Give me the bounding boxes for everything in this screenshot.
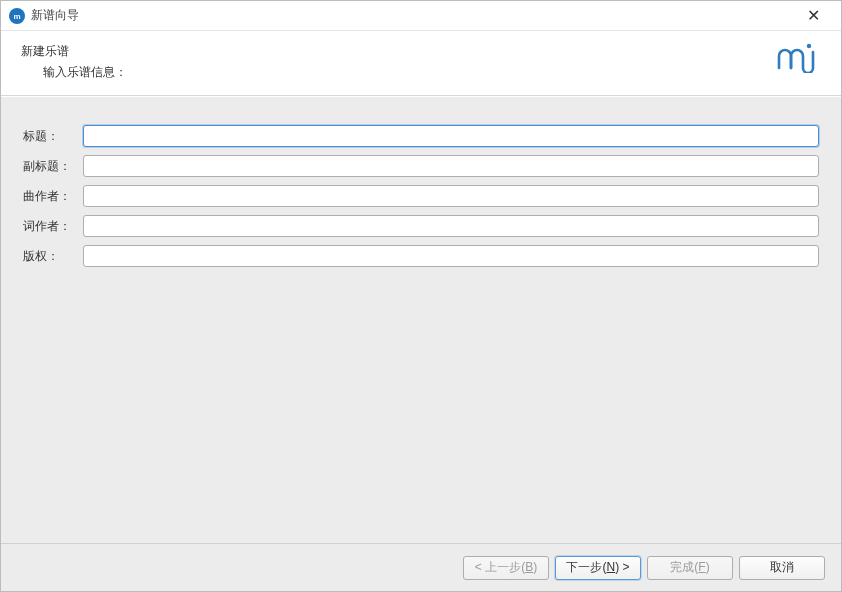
window-title: 新谱向导 (31, 7, 793, 24)
row-title: 标题： (23, 125, 819, 147)
title-input[interactable] (83, 125, 819, 147)
button-bar: < 上一步(B) 下一步(N) > 完成(F) 取消 (1, 543, 841, 591)
back-button[interactable]: < 上一步(B) (463, 556, 549, 580)
form-area: 标题： 副标题： 曲作者： 词作者： 版权： (1, 96, 841, 543)
label-title: 标题： (23, 128, 83, 145)
label-copyright: 版权： (23, 248, 83, 265)
next-button[interactable]: 下一步(N) > (555, 556, 641, 580)
wizard-subheading: 输入乐谱信息： (43, 64, 775, 81)
row-lyricist: 词作者： (23, 215, 819, 237)
label-subtitle: 副标题： (23, 158, 83, 175)
close-icon[interactable]: ✕ (793, 8, 833, 24)
row-composer: 曲作者： (23, 185, 819, 207)
finish-button[interactable]: 完成(F) (647, 556, 733, 580)
subtitle-input[interactable] (83, 155, 819, 177)
musescore-logo-icon (775, 41, 817, 76)
wizard-header-text: 新建乐谱 输入乐谱信息： (21, 43, 775, 81)
cancel-button[interactable]: 取消 (739, 556, 825, 580)
composer-input[interactable] (83, 185, 819, 207)
label-lyricist: 词作者： (23, 218, 83, 235)
svg-point-1 (807, 44, 811, 48)
wizard-heading: 新建乐谱 (21, 43, 775, 60)
copyright-input[interactable] (83, 245, 819, 267)
lyricist-input[interactable] (83, 215, 819, 237)
app-icon: m (9, 8, 25, 24)
label-composer: 曲作者： (23, 188, 83, 205)
row-copyright: 版权： (23, 245, 819, 267)
dialog-window: m 新谱向导 ✕ 新建乐谱 输入乐谱信息： 标题： 副标题： (0, 0, 842, 592)
wizard-header: 新建乐谱 输入乐谱信息： (1, 31, 841, 96)
row-subtitle: 副标题： (23, 155, 819, 177)
svg-text:m: m (13, 12, 20, 21)
titlebar: m 新谱向导 ✕ (1, 1, 841, 31)
